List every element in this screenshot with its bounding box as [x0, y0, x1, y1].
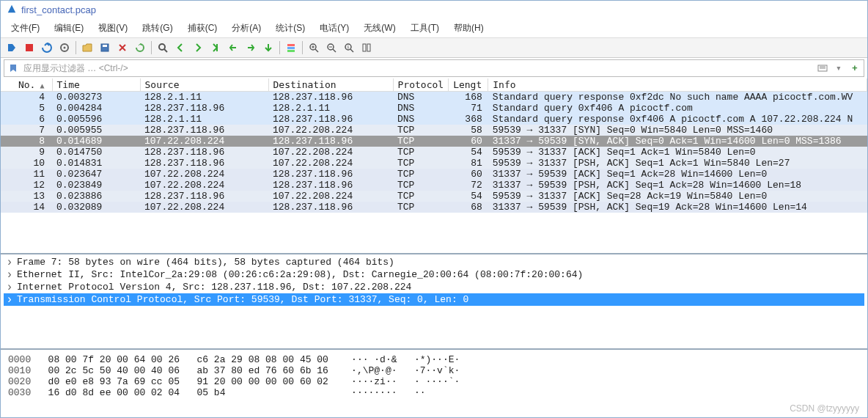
packet-row[interactable]: 80.014689107.22.208.224128.237.118.96TCP… — [1, 136, 867, 147]
svg-line-18 — [350, 49, 353, 52]
svg-rect-20 — [363, 44, 366, 51]
zoom-out-button[interactable] — [323, 40, 339, 56]
menu-item[interactable]: 工具(T) — [403, 21, 446, 36]
find-packet-button[interactable] — [155, 40, 171, 56]
tree-item[interactable]: Ethernet II, Src: IntelCor_2a:29:08 (00:… — [4, 268, 864, 281]
svg-rect-0 — [26, 44, 33, 51]
hex-row[interactable]: 0020 d0 e0 e8 93 7a 69 cc 05 91 20 00 00… — [8, 376, 860, 387]
display-filter-bar[interactable]: 应用显示过滤器 … <Ctrl-/> ▾ + — [4, 59, 864, 77]
go-back-button[interactable] — [172, 40, 188, 56]
packet-row[interactable]: 70.005955128.237.118.96107.22.208.224TCP… — [1, 125, 867, 136]
column-header[interactable]: Time — [52, 78, 140, 92]
svg-rect-8 — [287, 47, 295, 49]
filter-input[interactable]: 应用显示过滤器 … <Ctrl-/> — [23, 62, 812, 75]
svg-line-6 — [164, 49, 167, 52]
close-file-button[interactable] — [114, 40, 130, 56]
packet-row[interactable]: 140.032089107.22.208.224128.237.118.96TC… — [1, 202, 867, 213]
go-first-button[interactable] — [225, 40, 241, 56]
watermark: CSDN @tzyyyyyy — [790, 403, 859, 414]
go-to-packet-button[interactable] — [207, 40, 224, 56]
open-file-button[interactable] — [79, 40, 95, 56]
packet-row[interactable]: 50.004284128.237.118.96128.2.1.11DNS71St… — [1, 103, 867, 114]
go-forward-button[interactable] — [190, 40, 206, 56]
svg-rect-7 — [287, 44, 295, 46]
menubar: 文件(F)编辑(E)视图(V)跳转(G)捕获(C)分析(A)统计(S)电话(Y)… — [1, 19, 867, 38]
expression-button[interactable] — [817, 62, 828, 74]
toolbar-separator — [302, 41, 303, 54]
add-filter-button[interactable]: + — [849, 62, 861, 74]
save-file-button[interactable] — [97, 40, 113, 56]
svg-rect-21 — [367, 44, 370, 51]
menu-item[interactable]: 帮助(H) — [446, 21, 491, 36]
hex-row[interactable]: 0000 08 00 7f 20 00 64 00 26 c6 2a 29 08… — [8, 354, 860, 365]
menu-item[interactable]: 跳转(G) — [135, 21, 180, 36]
menu-item[interactable]: 统计(S) — [268, 21, 312, 36]
column-header[interactable]: No. — [1, 78, 52, 92]
packet-bytes-pane[interactable]: 0000 08 00 7f 20 00 64 00 26 c6 2a 29 08… — [1, 350, 867, 417]
packet-row[interactable]: 100.014831128.237.118.96107.22.208.224TC… — [1, 158, 867, 169]
column-header[interactable]: Source — [140, 78, 268, 92]
go-last-button[interactable] — [243, 40, 259, 56]
shark-fin-icon — [7, 4, 17, 16]
start-capture-button[interactable] — [4, 40, 20, 56]
menu-item[interactable]: 捕获(C) — [180, 21, 225, 36]
tree-item[interactable]: Internet Protocol Version 4, Src: 128.23… — [4, 281, 864, 293]
packet-list-pane[interactable]: No.TimeSourceDestinationProtocolLengtInf… — [1, 78, 867, 254]
svg-point-2 — [64, 47, 66, 49]
tree-item[interactable]: Transmission Control Protocol, Src Port:… — [4, 293, 864, 306]
menu-item[interactable]: 视图(V) — [91, 21, 135, 36]
bookmark-icon[interactable] — [7, 62, 19, 74]
packet-row[interactable]: 90.014750128.237.118.96107.22.208.224TCP… — [1, 147, 867, 158]
reload-button[interactable] — [132, 40, 148, 56]
packet-row[interactable]: 130.023886128.237.118.96107.22.208.224TC… — [1, 191, 867, 202]
column-header[interactable]: Info — [488, 78, 867, 92]
svg-rect-9 — [287, 50, 295, 52]
menu-item[interactable]: 文件(F) — [4, 21, 47, 36]
packet-details-pane[interactable]: Frame 7: 58 bytes on wire (464 bits), 58… — [1, 254, 867, 350]
menu-item[interactable]: 编辑(E) — [47, 21, 91, 36]
column-header[interactable]: Lengt — [449, 78, 488, 92]
svg-point-5 — [159, 44, 165, 50]
menu-item[interactable]: 分析(A) — [224, 21, 268, 36]
restart-capture-button[interactable] — [39, 40, 55, 56]
packet-row[interactable]: 60.005596128.2.1.11128.237.118.96DNS368S… — [1, 114, 867, 125]
capture-options-button[interactable] — [56, 40, 73, 56]
auto-scroll-button[interactable] — [260, 40, 276, 56]
titlebar: first_contact.pcap — [1, 1, 867, 19]
packet-row[interactable]: 110.023647107.22.208.224128.237.118.96TC… — [1, 169, 867, 180]
svg-rect-4 — [103, 45, 107, 47]
svg-text:1: 1 — [347, 45, 350, 50]
column-header[interactable]: Protocol — [393, 78, 449, 92]
zoom-reset-button[interactable]: 1 — [341, 40, 357, 56]
packet-row[interactable]: 120.023849107.22.208.224128.237.118.96TC… — [1, 180, 867, 191]
column-header[interactable]: Destination — [268, 78, 393, 92]
colorize-button[interactable] — [283, 40, 299, 56]
toolbar-separator — [151, 41, 152, 54]
toolbar: 1 — [1, 38, 867, 58]
menu-item[interactable]: 无线(W) — [356, 21, 402, 36]
hex-row[interactable]: 0010 00 2c 5c 50 40 00 40 06 ab 37 80 ed… — [8, 365, 860, 376]
packet-row[interactable]: 40.003273128.2.1.11128.237.118.96DNS168S… — [1, 92, 867, 103]
column-headers[interactable]: No.TimeSourceDestinationProtocolLengtInf… — [1, 78, 867, 92]
stop-capture-button[interactable] — [21, 40, 37, 56]
svg-line-15 — [333, 49, 336, 52]
dropdown-icon[interactable]: ▾ — [833, 62, 845, 74]
svg-line-11 — [315, 49, 318, 52]
zoom-in-button[interactable] — [306, 40, 322, 56]
window-title: first_contact.pcap — [21, 4, 96, 15]
toolbar-separator — [76, 41, 76, 54]
resize-columns-button[interactable] — [358, 40, 375, 56]
tree-item[interactable]: Frame 7: 58 bytes on wire (464 bits), 58… — [4, 256, 864, 268]
menu-item[interactable]: 电话(Y) — [312, 21, 356, 36]
toolbar-separator — [279, 41, 280, 54]
hex-row[interactable]: 0030 16 d0 8d ee 00 00 02 04 05 b4 ·····… — [8, 387, 860, 398]
